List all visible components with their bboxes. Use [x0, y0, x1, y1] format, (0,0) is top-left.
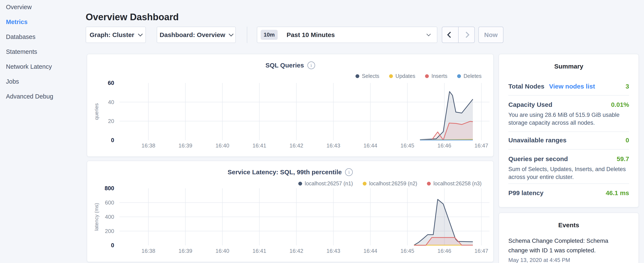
- chart-title: SQL Queries: [265, 62, 304, 69]
- svg-text:16:41: 16:41: [252, 248, 266, 254]
- svg-text:latency (ms): latency (ms): [94, 203, 99, 231]
- sidebar-item-overview[interactable]: Overview: [6, 4, 78, 11]
- svg-text:queries: queries: [94, 103, 99, 120]
- page-title: Overview Dashboard: [86, 12, 179, 22]
- svg-text:400: 400: [105, 214, 114, 220]
- legend-label: Selects: [362, 73, 379, 79]
- dashboard-dropdown-label: Dashboard: Overview: [160, 31, 225, 39]
- legend-dot-icon: [389, 74, 393, 78]
- svg-text:16:46: 16:46: [437, 248, 451, 254]
- svg-text:40: 40: [108, 99, 114, 105]
- service-latency-chart: 16:3816:3916:4016:4116:4216:4316:4416:45…: [94, 185, 494, 256]
- sql-queries-chart: 16:3816:3916:4016:4116:4216:4316:4416:45…: [94, 80, 494, 150]
- legend-dot-icon: [425, 74, 429, 78]
- summary-row-total-nodes: Total Nodes View nodes list 3: [508, 83, 629, 90]
- summary-row-subtext: Sum of Selects, Updates, Inserts, and De…: [508, 165, 629, 181]
- legend-dot-icon: [363, 182, 366, 185]
- legend-dot-icon: [298, 182, 302, 185]
- chart-legend: SelectsUpdatesInsertsDeletes: [356, 73, 482, 79]
- svg-text:16:39: 16:39: [178, 248, 192, 254]
- summary-row-label: P99 latency: [508, 189, 544, 197]
- sidebar-item-jobs[interactable]: Jobs: [6, 78, 78, 85]
- time-step-forward-button[interactable]: [458, 27, 474, 43]
- sidebar-item-advanced-debug[interactable]: Advanced Debug: [6, 93, 78, 100]
- summary-row-label: Capacity Used: [508, 101, 552, 108]
- time-window-dropdown[interactable]: 10m Past 10 Minutes: [257, 27, 437, 43]
- legend-dot-icon: [457, 74, 461, 78]
- svg-text:16:45: 16:45: [400, 248, 414, 254]
- graph-dropdown-label: Graph: Cluster: [90, 31, 134, 39]
- svg-text:16:42: 16:42: [289, 142, 303, 149]
- svg-text:16:47: 16:47: [474, 142, 488, 149]
- info-icon[interactable]: i: [308, 62, 315, 69]
- sidebar-nav: OverviewMetricsDatabasesStatementsNetwor…: [6, 4, 78, 100]
- legend-dot-icon: [427, 182, 431, 185]
- view-nodes-list-link[interactable]: View nodes list: [549, 83, 595, 90]
- summary-row-label: Queries per second: [508, 155, 568, 163]
- legend-dot-icon: [356, 74, 359, 78]
- sql-queries-chart-card: SQL Queries i SelectsUpdatesInsertsDelet…: [87, 54, 494, 157]
- legend-item[interactable]: Updates: [389, 73, 415, 79]
- svg-text:16:40: 16:40: [216, 248, 229, 254]
- svg-text:16:41: 16:41: [252, 142, 266, 149]
- svg-text:16:42: 16:42: [289, 248, 303, 254]
- svg-text:16:38: 16:38: [142, 248, 155, 254]
- toolbar-divider: [247, 27, 247, 43]
- svg-text:200: 200: [105, 228, 114, 234]
- svg-text:16:43: 16:43: [326, 248, 340, 254]
- summary-row-unavailable-ranges: Unavailable ranges 0: [508, 137, 629, 144]
- summary-row-value: 0.01%: [611, 101, 629, 108]
- svg-text:16:39: 16:39: [178, 142, 192, 149]
- svg-text:16:43: 16:43: [326, 142, 340, 149]
- svg-text:0: 0: [111, 137, 114, 143]
- dashboard-dropdown[interactable]: Dashboard: Overview: [157, 27, 236, 43]
- summary-row-value: 59.7: [617, 155, 629, 163]
- legend-label: Deletes: [464, 73, 482, 79]
- svg-text:16:44: 16:44: [363, 248, 377, 254]
- legend-label: Updates: [396, 73, 415, 79]
- now-button[interactable]: Now: [478, 27, 504, 43]
- summary-panel: Summary Total Nodes View nodes list 3 Ca…: [498, 54, 639, 207]
- summary-row-subtext: You are using 28.6 MiB of 515.9 GiB usab…: [508, 111, 629, 127]
- time-step-buttons: [442, 27, 475, 43]
- summary-row-label: Unavailable ranges: [508, 137, 566, 144]
- chevron-down-icon: [426, 32, 431, 36]
- summary-row-label: Total Nodes: [508, 83, 544, 90]
- graph-dropdown[interactable]: Graph: Cluster: [86, 27, 146, 43]
- svg-text:800: 800: [104, 185, 114, 191]
- legend-item[interactable]: Deletes: [457, 73, 482, 79]
- svg-text:16:44: 16:44: [363, 142, 377, 149]
- summary-row-value: 3: [626, 83, 629, 90]
- time-window-label: Past 10 Minutes: [286, 31, 427, 39]
- summary-row-value: 0: [626, 137, 629, 144]
- svg-text:60: 60: [108, 80, 114, 86]
- sidebar-item-metrics[interactable]: Metrics: [6, 18, 78, 26]
- svg-text:16:47: 16:47: [474, 248, 488, 254]
- info-icon[interactable]: i: [345, 168, 353, 176]
- legend-item[interactable]: Selects: [356, 73, 379, 79]
- sidebar-item-network-latency[interactable]: Network Latency: [6, 63, 78, 70]
- summary-row-queries-per-second: Queries per second 59.7 Sum of Selects, …: [508, 155, 629, 181]
- svg-text:16:38: 16:38: [142, 142, 155, 149]
- chevron-down-icon: [138, 32, 143, 36]
- sidebar-item-statements[interactable]: Statements: [6, 48, 78, 55]
- event-text: Schema Change Completed: Schema change w…: [508, 236, 629, 255]
- legend-item[interactable]: Inserts: [425, 73, 447, 79]
- event-item[interactable]: Schema Change Completed: Schema change w…: [508, 236, 629, 263]
- service-latency-chart-card: Service Latency: SQL, 99th percentile i …: [87, 161, 494, 262]
- svg-text:20: 20: [108, 118, 114, 124]
- svg-text:16:45: 16:45: [400, 142, 414, 149]
- time-window-badge: 10m: [261, 30, 278, 40]
- legend-label: Inserts: [432, 73, 447, 79]
- events-panel: Events Schema Change Completed: Schema c…: [498, 212, 639, 263]
- chart-title: Service Latency: SQL, 99th percentile: [228, 168, 342, 176]
- chevron-down-icon: [229, 32, 234, 36]
- summary-row-value: 46.1 ms: [606, 189, 629, 197]
- svg-text:16:46: 16:46: [437, 142, 451, 149]
- sidebar-item-databases[interactable]: Databases: [6, 33, 78, 41]
- summary-title: Summary: [508, 63, 629, 70]
- time-step-back-button[interactable]: [442, 27, 458, 43]
- summary-row-capacity-used: Capacity Used 0.01% You are using 28.6 M…: [508, 101, 629, 127]
- svg-text:600: 600: [105, 199, 114, 206]
- svg-text:0: 0: [111, 242, 114, 248]
